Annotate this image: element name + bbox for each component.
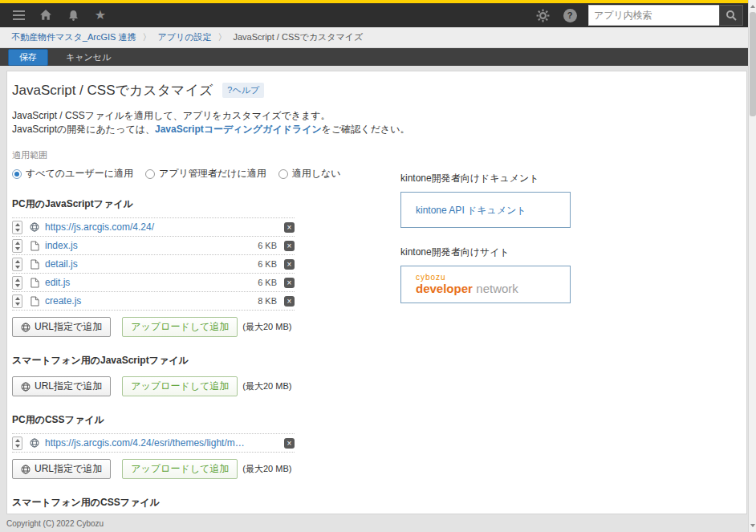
remove-file-icon[interactable]: ×	[284, 278, 295, 288]
upload-file-button[interactable]: アップロードして追加	[122, 317, 238, 337]
add-url-label: URL指定で追加	[35, 320, 102, 334]
file-icon	[29, 259, 40, 270]
section-pc-javascript: PC用のJavaScriptファイル https://js.arcgis.com…	[12, 197, 389, 337]
radio-apply-none[interactable]: 適用しない	[278, 167, 341, 181]
add-url-label: URL指定で追加	[35, 380, 102, 393]
search-button[interactable]	[719, 5, 743, 26]
file-name-link[interactable]: edit.js	[45, 277, 245, 288]
radio-label: すべてのユーザーに適用	[26, 167, 133, 181]
reorder-handle[interactable]	[12, 437, 22, 450]
file-name-link[interactable]: create.js	[45, 295, 245, 307]
breadcrumb-separator: 〉	[217, 31, 226, 43]
reorder-handle[interactable]	[12, 276, 22, 290]
remove-file-icon[interactable]: ×	[284, 438, 295, 449]
add-url-button[interactable]: URL指定で追加	[12, 317, 111, 337]
file-url-link[interactable]: https://js.arcgis.com/4.24/esri/themes/l…	[45, 437, 245, 449]
kintone-settings-page: ★ ? 不動産物件マスタ_ArcGIS 連携 〉 アプリの設定 〉 JavaSc…	[0, 0, 756, 532]
section-title: PC用のCSSファイル	[12, 413, 389, 427]
radio-label: アプリ管理者だけに適用	[159, 167, 266, 181]
global-header: ★ ?	[0, 3, 748, 27]
radio-apply-all-users[interactable]: すべてのユーザーに適用	[12, 167, 133, 181]
breadcrumb-current: JavaScript / CSSでカスタマイズ	[233, 31, 363, 43]
breadcrumb: 不動産物件マスタ_ArcGIS 連携 〉 アプリの設定 〉 JavaScript…	[0, 27, 748, 48]
file-name-link[interactable]: detail.js	[45, 258, 245, 270]
radio-label: 適用しない	[292, 167, 341, 181]
dev-docs-box: kintone API ドキュメント	[400, 192, 571, 228]
cancel-button[interactable]: キャンセル	[66, 51, 111, 63]
home-icon[interactable]	[37, 6, 55, 24]
menu-icon[interactable]	[10, 6, 27, 24]
dev-site-title: kintone開発者向けサイト	[400, 246, 571, 259]
globe-icon	[29, 438, 40, 448]
settings-gear-icon[interactable]	[534, 6, 551, 24]
page-footer: Copyright (C) 2022 Cybozu	[0, 515, 748, 532]
file-row: detail.js 6 KB ×	[12, 255, 295, 274]
remove-file-icon[interactable]: ×	[284, 259, 295, 270]
file-icon	[29, 278, 40, 288]
kintone-api-docs-link[interactable]: kintone API ドキュメント	[416, 205, 526, 216]
file-url-link[interactable]: https://js.arcgis.com/4.24/	[45, 221, 245, 233]
radio-button-checked[interactable]	[12, 169, 22, 179]
radio-button[interactable]	[145, 169, 155, 179]
coding-guideline-link[interactable]: JavaScriptコーディングガイドライン	[155, 124, 322, 135]
dev-docs-title: kintone開発者向けドキュメント	[400, 172, 571, 185]
scroll-down-icon[interactable]	[749, 521, 756, 530]
logo-developer-text: developer	[416, 282, 473, 295]
file-row: edit.js 6 KB ×	[12, 274, 295, 292]
reorder-handle[interactable]	[12, 258, 22, 271]
radio-button[interactable]	[278, 169, 288, 179]
file-list: https://js.arcgis.com/4.24/esri/themes/l…	[12, 433, 295, 453]
scope-options: すべてのユーザーに適用 アプリ管理者だけに適用 適用しない	[12, 167, 389, 181]
radio-apply-admins-only[interactable]: アプリ管理者だけに適用	[145, 167, 266, 181]
max-size-note: (最大20 MB)	[242, 321, 291, 333]
search-input[interactable]	[588, 5, 719, 26]
breadcrumb-app-link[interactable]: 不動産物件マスタ_ArcGIS 連携	[11, 31, 136, 43]
upload-file-button[interactable]: アップロードして追加	[122, 376, 238, 396]
description-line1: JavaScript / CSSファイルを適用して、アプリをカスタマイズできます…	[12, 110, 331, 121]
help-link[interactable]: ?ヘルプ	[222, 83, 264, 98]
file-name-link[interactable]: index.js	[45, 240, 245, 251]
scroll-up-icon[interactable]	[749, 2, 756, 11]
upload-file-button[interactable]: アップロードして追加	[122, 459, 238, 479]
file-size: 8 KB	[245, 296, 277, 306]
file-row: https://js.arcgis.com/4.24/esri/themes/l…	[12, 434, 295, 453]
file-list: https://js.arcgis.com/4.24/ × index.js 6…	[12, 217, 295, 311]
reorder-handle[interactable]	[12, 221, 22, 234]
logo-cybozu-text: cybozu	[416, 273, 570, 282]
app-search	[588, 5, 743, 26]
reorder-handle[interactable]	[12, 294, 22, 308]
breadcrumb-separator: 〉	[142, 31, 151, 43]
max-size-note: (最大20 MB)	[242, 380, 291, 392]
help-icon[interactable]: ?	[561, 6, 579, 24]
developer-network-link[interactable]: cybozu developer network	[400, 266, 571, 303]
vertical-scrollbar[interactable]	[748, 0, 756, 532]
section-smartphone-css: スマートフォン用のCSSファイル URL指定で追加 アップロードして追加 (最大…	[12, 496, 389, 514]
description-line2-suffix: をご確認ください。	[322, 124, 410, 135]
remove-file-icon[interactable]: ×	[284, 296, 295, 307]
section-title: スマートフォン用のCSSファイル	[12, 496, 389, 510]
remove-file-icon[interactable]: ×	[284, 241, 295, 251]
notification-bell-icon[interactable]	[64, 6, 82, 24]
description-line2-prefix: JavaScriptの開発にあたっては、	[12, 124, 155, 135]
add-url-button[interactable]: URL指定で追加	[12, 376, 111, 396]
settings-content: JavaScript / CSSでカスタマイズ ?ヘルプ JavaScript …	[6, 71, 747, 514]
file-size: 6 KB	[245, 259, 277, 269]
scrollbar-thumb[interactable]	[750, 12, 756, 116]
scope-label: 適用範囲	[12, 149, 389, 161]
globe-icon	[29, 222, 40, 232]
breadcrumb-settings-link[interactable]: アプリの設定	[157, 31, 211, 43]
file-row: index.js 6 KB ×	[12, 237, 295, 255]
section-smartphone-javascript: スマートフォン用のJavaScriptファイル URL指定で追加 アップロードし…	[12, 354, 389, 396]
add-url-button[interactable]: URL指定で追加	[12, 459, 111, 479]
favorites-star-icon[interactable]: ★	[91, 6, 109, 24]
reorder-handle[interactable]	[12, 239, 22, 253]
remove-file-icon[interactable]: ×	[284, 222, 295, 233]
save-button[interactable]: 保存	[8, 49, 48, 66]
section-title: PC用のJavaScriptファイル	[12, 197, 389, 211]
cybozu-developer-network-logo: cybozu developer network	[416, 273, 570, 296]
action-toolbar: 保存 キャンセル	[0, 48, 748, 66]
file-icon	[29, 241, 40, 251]
page-description: JavaScript / CSSファイルを適用して、アプリをカスタマイズできます…	[12, 109, 746, 136]
file-size: 6 KB	[245, 278, 277, 287]
section-title: スマートフォン用のJavaScriptファイル	[12, 354, 389, 368]
